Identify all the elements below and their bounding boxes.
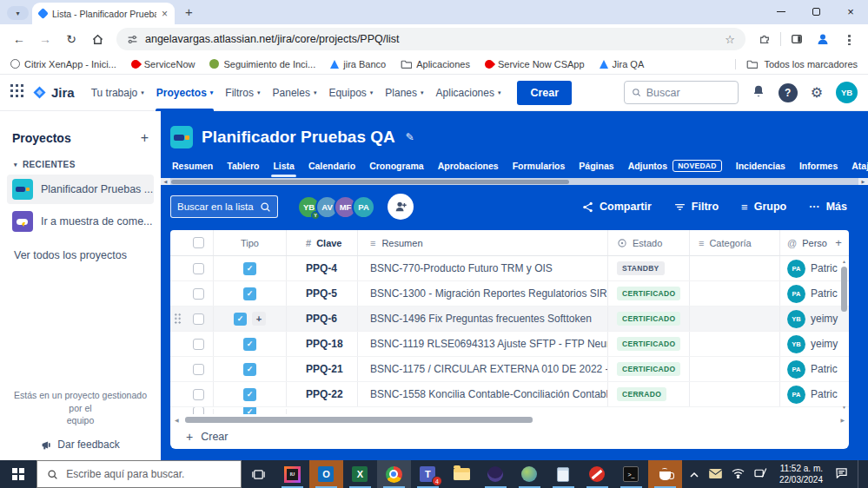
issue-category[interactable] [690,332,780,356]
col-resumen-label[interactable]: Resumen [381,238,422,248]
taskbar-app-excel[interactable]: X [343,460,377,488]
profile-button[interactable] [812,29,833,49]
bookmark-star-icon[interactable]: ☆ [725,33,735,46]
issue-key[interactable]: PPQ-22 [287,382,358,406]
close-button[interactable]: × [833,0,868,23]
row-checkbox[interactable] [193,407,204,414]
maximize-button[interactable] [798,0,833,23]
status-badge[interactable]: CERTIFICADO [617,337,680,351]
nav-item-aplicaciones[interactable]: Aplicaciones▾ [430,75,507,111]
table-vertical-scrollbar[interactable]: ▲ ▼ [840,259,848,410]
task-type-icon[interactable]: ✓ [243,287,256,300]
share-button[interactable]: Compartir [582,201,652,213]
task-type-icon[interactable]: ✓ [243,388,256,401]
taskbar-app-java[interactable] [648,460,682,488]
jira-logo[interactable]: Jira [32,85,75,100]
forward-button[interactable]: → [35,29,56,49]
select-all-checkbox[interactable] [193,237,204,248]
taskbar-app-teams[interactable]: T4 [411,460,445,488]
issue-summary[interactable]: BSNC-1175 / CIRCULAR EXTERNA 010 DE 2022… [358,357,608,381]
col-categoria-label[interactable]: Categoría [709,238,751,248]
taskbar-app-ide[interactable]: IU [275,460,309,488]
browser-tab[interactable]: Lista - Planificador Pruebas QA × [32,3,175,24]
minimize-button[interactable] [764,0,798,23]
scroll-left-icon[interactable]: ◀ [161,178,170,185]
issue-key[interactable]: PPQ-6 [287,307,358,331]
tray-expand-button[interactable] [689,466,699,482]
nav-item-proyectos[interactable]: Proyectos▾ [150,75,220,111]
taskbar-app-eclipse[interactable] [479,460,513,488]
issue-person[interactable]: PAPatric [780,357,849,381]
tab-lista[interactable]: Lista [271,157,296,177]
table-row-hovered[interactable]: ✓+ PPQ-6 BSNC-1496 Fix Preguntas frecuen… [170,307,849,332]
user-avatar[interactable]: YB [836,82,858,103]
home-button[interactable] [87,29,108,49]
feedback-button[interactable]: Dar feedback [0,439,161,451]
taskbar-search[interactable] [36,460,242,488]
col-estado-label[interactable]: Estado [633,238,662,248]
nav-item-paneles[interactable]: Paneles▾ [267,75,323,111]
tab-informes[interactable]: Informes [798,157,839,177]
status-badge[interactable]: CERTIFICADO [617,362,680,376]
taskbar-app-blocked[interactable] [580,460,614,488]
tab-search-button[interactable]: ▾ [7,6,29,20]
table-row[interactable]: ✓ PPQ-18 BSNC-1119 RLSE0694313 Ajuste SF… [170,332,849,357]
status-badge[interactable]: CERRADO [617,387,666,401]
task-type-icon[interactable]: ✓ [243,338,256,351]
horizontal-scrollbar-thumb[interactable] [185,417,533,423]
tabs-scrollbar-thumb[interactable] [171,180,569,184]
issue-person[interactable]: PAPatric [780,281,849,306]
address-bar[interactable]: angelavargas.atlassian.net/jira/core/pro… [116,28,745,50]
site-settings-icon[interactable] [127,34,138,45]
reload-button[interactable]: ↻ [61,29,82,49]
scroll-right-icon[interactable]: ▶ [858,178,868,185]
tray-wifi-button[interactable] [732,466,745,482]
taskbar-app-cmd[interactable]: >_ [614,460,648,488]
col-tipo-label[interactable]: Tipo [241,238,259,248]
issue-summary[interactable]: BSNC-1558 Koncilia Contable-Conciliación… [358,382,608,406]
bookmark-servicenow[interactable]: ServiceNow [131,59,195,69]
settings-button[interactable]: ⚙ [811,86,823,100]
back-button[interactable]: ← [9,29,30,49]
tabs-scrollbar[interactable]: ◀ ▶ [161,178,868,185]
bookmark-seguimiento[interactable]: Seguimiento de Inci... [209,59,315,69]
extensions-button[interactable] [754,29,775,49]
status-badge[interactable]: CERTIFICADO [617,312,680,326]
issue-category[interactable] [690,256,780,280]
clock[interactable]: 11:52 a. m. 22/03/2024 [779,463,823,486]
row-checkbox[interactable] [193,288,204,300]
taskbar-search-input[interactable] [66,468,231,480]
row-checkbox[interactable] [193,263,204,274]
filter-button[interactable]: Filtro [674,201,719,213]
side-panel-button[interactable] [786,29,807,49]
sidebar-project-planificador[interactable]: Planificador Pruebas ... [7,175,154,204]
taskbar-app-notepad[interactable] [547,460,580,488]
issue-summary[interactable]: BSNC-1496 Fix Preguntas frecuentes Softt… [358,307,608,331]
table-row[interactable]: ✓ PPQ-21 BSNC-1175 / CIRCULAR EXTERNA 01… [170,357,849,382]
tab-adjuntos[interactable]: AdjuntosNOVEDAD [626,156,724,177]
bookmark-jira-banco[interactable]: jira Banco [330,59,386,69]
issue-category[interactable] [690,307,780,331]
drag-handle-icon[interactable] [174,313,182,325]
nav-item-planes[interactable]: Planes▾ [379,75,429,111]
taskbar-app-outlook[interactable]: O [309,460,343,488]
table-row[interactable]: ✓ PPQ-5 BSNC-1300 - Migración Reportes R… [170,281,849,307]
tab-incidencias[interactable]: Incidencias [734,157,787,177]
issue-person[interactable]: PAPatric [780,382,849,406]
all-bookmarks-button[interactable]: Todos los marcadores [735,59,858,69]
list-search[interactable] [170,195,278,218]
task-view-button[interactable] [242,460,275,488]
tab-resumen[interactable]: Resumen [170,157,215,177]
tab-tablero[interactable]: Tablero [225,157,261,177]
app-switcher-button[interactable] [10,84,23,101]
issue-person[interactable]: PAPatric [780,256,849,280]
issue-key[interactable]: PPQ-21 [287,357,358,381]
global-search-input[interactable] [646,87,731,99]
list-search-input[interactable] [177,201,255,212]
taskbar-app-chrome[interactable] [377,460,411,488]
issue-key[interactable]: PPQ-5 [287,281,358,306]
tab-paginas[interactable]: Páginas [577,157,615,177]
tab-aprobaciones[interactable]: Aprobaciones [436,157,500,177]
task-type-icon[interactable]: ✓ [243,262,256,275]
issue-key[interactable]: PPQ-18 [287,332,358,356]
